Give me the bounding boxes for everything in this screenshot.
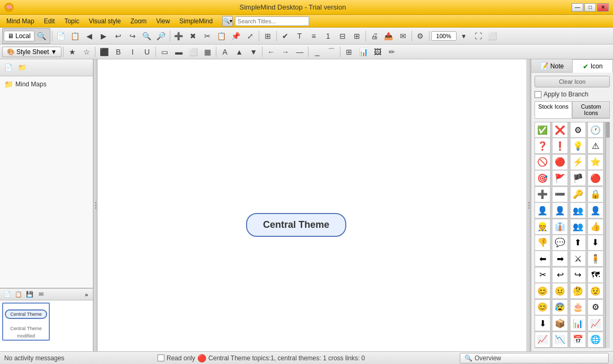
list-button[interactable]: ≡ xyxy=(307,30,321,42)
align-left-button[interactable]: ⬛ xyxy=(97,46,111,58)
menu-topic[interactable]: Topic xyxy=(60,16,83,26)
icon-gear[interactable]: ⚙ xyxy=(571,122,585,137)
icon-thumbsup[interactable]: 👍 xyxy=(588,219,603,234)
bold-star-button[interactable]: ★ xyxy=(65,46,79,58)
icon-star[interactable]: ⭐ xyxy=(588,155,603,170)
icon-x-red[interactable]: ❌ xyxy=(553,122,567,137)
icon-cake[interactable]: 🎂 xyxy=(571,300,585,315)
right-panel-resize-handle[interactable] xyxy=(527,59,531,351)
icon-lightning[interactable]: ⚡ xyxy=(571,155,585,170)
icon-globe[interactable]: 🌐 xyxy=(588,332,603,347)
icon-sad[interactable]: 😟 xyxy=(588,283,603,298)
icon-worried[interactable]: 😰 xyxy=(553,300,567,315)
font-color-button[interactable]: A xyxy=(218,46,232,58)
chart-button[interactable]: 📊 xyxy=(356,46,370,58)
font-size-down-button[interactable]: ▼ xyxy=(247,46,260,58)
icon-worker1[interactable]: 👷 xyxy=(535,219,550,234)
icon-group2[interactable]: 👥 xyxy=(571,219,585,234)
settings-button[interactable]: ⚙ xyxy=(414,30,427,42)
scrollbar-thumb[interactable] xyxy=(606,122,610,138)
thumb-save-button[interactable]: 💾 xyxy=(24,290,35,299)
back-button[interactable]: ◀ xyxy=(83,30,97,42)
zoom-dropdown-button[interactable]: ▾ xyxy=(457,30,471,42)
paste-button[interactable]: 📌 xyxy=(229,30,243,42)
cut-button[interactable]: ✂ xyxy=(200,30,214,42)
icon-upload[interactable]: 📦 xyxy=(553,316,567,331)
icon-grid-map[interactable]: 🗺 xyxy=(588,268,603,282)
clear-icon-button[interactable]: Clear Icon xyxy=(535,76,610,87)
menu-edit[interactable]: Edit xyxy=(40,16,59,26)
tree-item-mindmaps[interactable]: 📁 Mind Maps xyxy=(2,78,91,90)
new-file-button[interactable]: 📄 xyxy=(2,62,15,74)
icon-scissors[interactable]: ✂ xyxy=(535,268,550,282)
icon-cancel-red[interactable]: 🚫 xyxy=(535,155,550,170)
underline-button[interactable]: U xyxy=(140,46,154,58)
fill-button[interactable]: ▦ xyxy=(200,46,214,58)
menu-simplemind[interactable]: SimpleMind xyxy=(175,16,217,26)
line-dash-button[interactable]: — xyxy=(293,46,306,58)
icon-redo[interactable]: ↪ xyxy=(571,268,585,282)
icon-question-blue[interactable]: ❓ xyxy=(535,138,550,153)
shape-round-button[interactable]: ▬ xyxy=(172,46,186,58)
font-size-up-button[interactable]: ▲ xyxy=(232,46,246,58)
icon-target[interactable]: 🎯 xyxy=(535,171,550,185)
icon-undo[interactable]: ↩ xyxy=(553,268,567,282)
pencil-button[interactable]: ✏ xyxy=(385,46,399,58)
central-theme-node[interactable]: Central Theme xyxy=(246,213,346,237)
menu-mindmap[interactable]: Mind Map xyxy=(2,16,39,26)
arrow-left-button[interactable]: ← xyxy=(264,46,278,58)
redo-button[interactable]: ↪ xyxy=(126,30,139,42)
forward-button[interactable]: ▶ xyxy=(97,30,111,42)
share-button[interactable]: ✉ xyxy=(396,30,410,42)
image-button[interactable]: 🖼 xyxy=(371,46,384,58)
icon-flag-black[interactable]: 🏴 xyxy=(571,171,585,185)
location-browse-button[interactable]: 🔍 xyxy=(35,30,49,42)
line-style-button[interactable]: ⎯ xyxy=(310,46,324,58)
template-button[interactable]: 📋 xyxy=(68,30,82,42)
number-button[interactable]: 1 xyxy=(321,30,335,42)
apply-branch-checkbox[interactable] xyxy=(535,91,541,98)
icon-arrow-left[interactable]: ⬅ xyxy=(535,251,550,266)
icon-group1[interactable]: 👥 xyxy=(571,203,585,218)
tab-note[interactable]: 📝 Note xyxy=(531,59,572,72)
icon-checkmark-green[interactable]: ✅ xyxy=(535,122,550,137)
icon-arrow-down[interactable]: ⬇ xyxy=(588,235,603,250)
new-button[interactable]: 📄 xyxy=(54,30,68,42)
icon-arrow-right[interactable]: ➡ xyxy=(553,251,567,266)
icon-clock[interactable]: 🕐 xyxy=(588,122,603,137)
icon-scrollbar[interactable] xyxy=(606,122,610,348)
menu-visualstyle[interactable]: Visual style xyxy=(84,16,125,26)
icon-arrow-up[interactable]: ⬆ xyxy=(571,235,585,250)
move-button[interactable]: ⤢ xyxy=(243,30,257,42)
icon-flag-red[interactable]: 🔴 xyxy=(588,171,603,185)
table-button[interactable]: ⊞ xyxy=(342,46,356,58)
search-dropdown-button[interactable]: 🔍▾ xyxy=(222,16,233,26)
icon-pie-chart[interactable]: 📈 xyxy=(588,316,603,331)
shape-rect-button[interactable]: ▭ xyxy=(157,46,171,58)
maximize-button[interactable]: □ xyxy=(584,3,596,12)
thumb-close-button[interactable]: ✉ xyxy=(36,290,46,299)
icon-person-up[interactable]: 🧍 xyxy=(588,251,603,266)
stock-icons-tab[interactable]: Stock Icons xyxy=(535,101,572,118)
collapse-button[interactable]: ⊟ xyxy=(336,30,349,42)
icon-person2[interactable]: 👤 xyxy=(553,203,567,218)
icon-thumbsdown[interactable]: 👎 xyxy=(535,235,550,250)
thumb-copy-button[interactable]: 📋 xyxy=(13,290,24,299)
icon-person1[interactable]: 👤 xyxy=(535,203,550,218)
icon-smile[interactable]: 😊 xyxy=(535,283,550,298)
icon-plus-green[interactable]: ➕ xyxy=(535,187,550,202)
tab-icon[interactable]: ✔ Icon xyxy=(572,59,613,73)
icon-warning[interactable]: ⚠ xyxy=(588,138,603,153)
icon-worker2[interactable]: 👔 xyxy=(553,219,567,234)
overview-button[interactable]: 🔍 Overview xyxy=(460,353,609,363)
icon-calendar[interactable]: 📅 xyxy=(571,332,585,347)
bold-button[interactable]: B xyxy=(111,46,125,58)
icon-chat[interactable]: 💬 xyxy=(553,235,567,250)
thumbnail-item[interactable]: Central Theme Central Theme modified xyxy=(2,303,50,341)
shape-cloud-button[interactable]: ⬜ xyxy=(186,46,200,58)
undo-button[interactable]: ↩ xyxy=(111,30,125,42)
custom-icons-tab[interactable]: Custom Icons xyxy=(572,101,610,118)
icon-thinking[interactable]: 🤔 xyxy=(571,283,585,298)
expand-button[interactable]: ⊞ xyxy=(350,30,364,42)
icon-lock[interactable]: 🔒 xyxy=(588,187,603,202)
